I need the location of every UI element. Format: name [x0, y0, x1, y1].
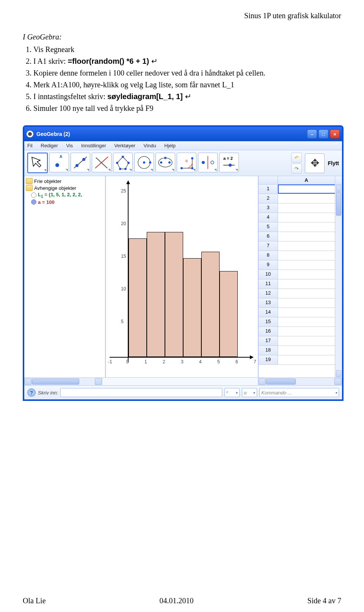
cell-value[interactable]: 1	[278, 260, 342, 270]
ss-col-header-A[interactable]: A	[278, 176, 335, 184]
row-header[interactable]: 4	[259, 213, 278, 222]
tool-slider[interactable]: a = 2	[219, 153, 239, 172]
row-header[interactable]: 3	[259, 203, 278, 213]
spreadsheet-hscroll[interactable]	[258, 378, 342, 385]
cell-value[interactable]: 1	[278, 185, 342, 194]
table-row[interactable]: 171	[259, 336, 342, 346]
row-header[interactable]: 9	[259, 260, 278, 270]
table-row[interactable]: 123	[259, 289, 342, 298]
cell-value[interactable]: 1	[278, 327, 342, 336]
cell-value[interactable]: 1	[278, 336, 342, 345]
row-header[interactable]: 17	[259, 336, 278, 345]
cell-value[interactable]: 5	[278, 317, 342, 327]
cell-value[interactable]: 4	[278, 298, 342, 308]
table-row[interactable]: 134	[259, 298, 342, 308]
object-node-icon[interactable]	[31, 192, 36, 198]
table-row[interactable]: 195	[259, 355, 342, 365]
table-row[interactable]: 114	[259, 279, 342, 289]
row-header[interactable]: 14	[259, 308, 278, 317]
scroll-left-icon[interactable]	[259, 378, 265, 385]
cell-value[interactable]: 5	[278, 194, 342, 203]
table-row[interactable]: 62	[259, 232, 342, 241]
symbol-dropdown[interactable]: ²▾	[224, 388, 240, 397]
row-header[interactable]: 11	[259, 279, 278, 289]
maximize-button[interactable]: □	[318, 129, 328, 139]
tool-polygon[interactable]	[113, 153, 133, 172]
cell-value[interactable]: 3	[278, 289, 342, 298]
object-node-icon[interactable]	[31, 199, 36, 205]
tool-circle[interactable]	[134, 153, 154, 172]
table-row[interactable]: 31	[259, 203, 342, 213]
titlebar[interactable]: GeoGebra (2) – □ ×	[24, 127, 342, 141]
scroll-left-icon[interactable]	[25, 378, 31, 385]
table-row[interactable]: 91	[259, 260, 342, 270]
scroll-down-icon[interactable]	[336, 370, 341, 377]
row-header[interactable]: 1	[259, 185, 278, 194]
menu-fil[interactable]: Fil	[27, 143, 33, 148]
tool-angle[interactable]: α	[177, 153, 196, 172]
tool-line[interactable]	[71, 153, 90, 172]
cell-value[interactable]: 2	[278, 222, 342, 232]
scroll-right-icon[interactable]	[95, 378, 102, 385]
minimize-button[interactable]: –	[307, 129, 317, 139]
table-row[interactable]: 75	[259, 241, 342, 251]
table-row[interactable]: 52	[259, 222, 342, 232]
table-row[interactable]: 11	[259, 185, 342, 194]
move-mode-icon[interactable]: ✥	[305, 153, 325, 173]
menu-innstillinger[interactable]: Innstillinger	[81, 143, 106, 148]
cell-value[interactable]: 2	[278, 232, 342, 241]
row-header[interactable]: 19	[259, 355, 278, 364]
table-row[interactable]: 155	[259, 317, 342, 327]
undo-button[interactable]: ↶	[291, 153, 302, 162]
redo-button[interactable]: ↷	[291, 164, 302, 174]
row-header[interactable]: 10	[259, 270, 278, 279]
command-input[interactable]	[60, 388, 222, 397]
scroll-up-icon[interactable]	[336, 185, 341, 192]
cell-value[interactable]: 6	[278, 346, 342, 355]
table-row[interactable]: 25	[259, 194, 342, 203]
spreadsheet-body[interactable]: 1125314252627582911031141231341421551611…	[259, 185, 342, 377]
row-header[interactable]: 16	[259, 327, 278, 336]
row-header[interactable]: 12	[259, 289, 278, 298]
tool-conic[interactable]	[155, 153, 175, 172]
algebra-hscroll[interactable]	[24, 378, 102, 385]
row-header[interactable]: 13	[259, 298, 278, 308]
algebra-dependent-objects[interactable]: Avhengige objekter	[34, 185, 76, 191]
menu-verktoyer[interactable]: Verktøyer	[114, 143, 135, 148]
scroll-thumb[interactable]	[336, 192, 341, 216]
greek-dropdown[interactable]: α▾	[242, 388, 257, 397]
menu-rediger[interactable]: Rediger	[41, 143, 58, 148]
cell-value[interactable]: 1	[278, 203, 342, 213]
tool-move[interactable]	[27, 153, 48, 173]
vertical-scrollbar[interactable]	[335, 185, 342, 377]
close-button[interactable]: ×	[330, 129, 340, 139]
table-row[interactable]: 103	[259, 270, 342, 279]
tool-perpendicular[interactable]	[92, 153, 111, 172]
row-header[interactable]: 5	[259, 222, 278, 232]
menu-hjelp[interactable]: Hjelp	[164, 143, 176, 148]
cell-value[interactable]: 2	[278, 213, 342, 222]
graphics-view[interactable]: 5 10 15 20 25 -1 0 1 2 3 4 5 6 7 a = 100	[106, 176, 258, 377]
table-row[interactable]: 82	[259, 251, 342, 260]
menu-vindu[interactable]: Vindu	[144, 143, 156, 148]
cell-value[interactable]: 2	[278, 251, 342, 260]
command-dropdown[interactable]: Kommando ...▾	[259, 388, 339, 397]
cell-value[interactable]: 4	[278, 279, 342, 289]
table-row[interactable]: 142	[259, 308, 342, 317]
algebra-free-objects[interactable]: Frie objekter	[34, 178, 61, 184]
cell-value[interactable]: 5	[278, 355, 342, 364]
menu-vis[interactable]: Vis	[66, 143, 73, 148]
tool-point[interactable]: A	[49, 153, 69, 172]
cell-value[interactable]: 2	[278, 308, 342, 317]
row-header[interactable]: 18	[259, 346, 278, 355]
cell-value[interactable]: 5	[278, 241, 342, 251]
help-icon[interactable]: ?	[27, 388, 36, 397]
table-row[interactable]: 161	[259, 327, 342, 336]
row-header[interactable]: 2	[259, 194, 278, 203]
scroll-right-icon[interactable]	[334, 378, 341, 385]
table-row[interactable]: 42	[259, 213, 342, 222]
row-header[interactable]: 8	[259, 251, 278, 260]
ss-corner[interactable]	[259, 176, 278, 184]
row-header[interactable]: 6	[259, 232, 278, 241]
row-header[interactable]: 7	[259, 241, 278, 251]
